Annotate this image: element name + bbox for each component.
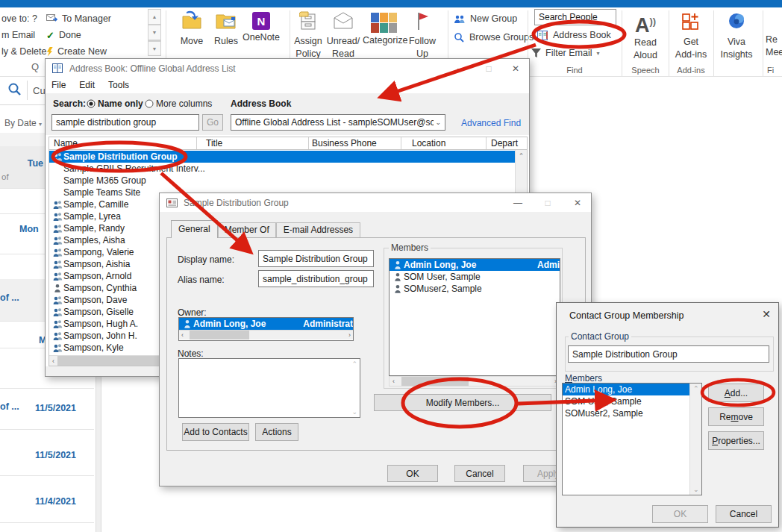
move-button[interactable]: Move xyxy=(175,10,209,46)
envelope-icon xyxy=(332,10,354,31)
membership-member-row[interactable]: SOMuser2, Sample xyxy=(563,407,701,419)
members-hscrollbar[interactable]: ‹ › xyxy=(389,376,560,387)
scroll-down-button[interactable]: ▼ xyxy=(148,25,161,40)
categorize-button[interactable]: Categorize xyxy=(363,10,404,46)
cancel-button[interactable]: Cancel xyxy=(716,505,772,523)
minimize-button[interactable]: — xyxy=(504,193,531,212)
sort-by-date-dropdown[interactable]: By Date ▾ xyxy=(4,118,42,128)
address-row[interactable]: Sample M365 Group xyxy=(49,175,515,187)
tab-member-of[interactable]: Member Of xyxy=(218,222,276,238)
column-header-department[interactable]: Depart xyxy=(487,137,527,149)
directory-value: Offline Global Address List - sampleSOMU… xyxy=(235,117,434,128)
assign-policy-button[interactable]: Assign Policy xyxy=(291,10,325,59)
address-row[interactable]: Sample Distribution Group xyxy=(49,151,515,163)
quick-step-move-to[interactable]: ove to: ? xyxy=(1,10,46,27)
address-row[interactable]: Sample GPILS Recruitment Interv... xyxy=(49,163,515,175)
scroll-left-arrow[interactable]: ‹ xyxy=(179,331,186,339)
mail-date-tue: Tue xyxy=(15,158,43,169)
people-group-icon xyxy=(454,14,466,24)
clipped-right-button[interactable]: Re Mee xyxy=(766,12,782,57)
radio-name-only-label[interactable]: Name only xyxy=(98,98,143,109)
menu-file[interactable]: File xyxy=(51,80,66,93)
minimize-button[interactable]: — xyxy=(448,59,475,78)
onenote-button[interactable]: N OneNote xyxy=(242,10,281,43)
display-name-input[interactable] xyxy=(258,250,374,267)
owner-hscrollbar[interactable]: ‹ › xyxy=(179,330,353,339)
notes-textarea[interactable]: ⌃ ⌄ xyxy=(178,358,360,418)
vertical-scrollbar[interactable]: ⌃ ⌄ xyxy=(689,384,701,495)
rules-button[interactable]: Rules xyxy=(210,10,242,46)
contact-group-input[interactable] xyxy=(568,345,769,363)
close-button[interactable]: ✕ xyxy=(502,59,529,78)
viva-insights-button[interactable]: Viva Insights xyxy=(715,12,758,60)
membership-members-list[interactable]: Admin Long, Joe SOM User, Sample SOMuser… xyxy=(562,383,702,495)
directory-dropdown[interactable]: Offline Global Address List - sampleSOMU… xyxy=(231,114,445,131)
tab-email-addresses[interactable]: E-mail Addresses xyxy=(276,222,360,238)
quick-step-done[interactable]: ✓ Done xyxy=(46,27,111,43)
get-addins-button[interactable]: Get Add-ins xyxy=(670,12,712,60)
address-search-input[interactable] xyxy=(51,114,199,131)
unread-read-button[interactable]: Unread/ Read xyxy=(325,10,361,59)
add-to-contacts-button[interactable]: Add to Contacts xyxy=(182,423,249,441)
membership-member-row[interactable]: Admin Long, Joe xyxy=(563,384,689,395)
owner-listbox[interactable]: Admin Long, Joe Administrat ‹ › xyxy=(178,317,354,341)
scroll-right-arrow[interactable]: › xyxy=(346,331,353,339)
scroll-left-arrow[interactable]: ‹ xyxy=(49,357,57,365)
quick-step-team-email[interactable]: m Email xyxy=(1,27,46,43)
go-button[interactable]: Go xyxy=(202,114,223,131)
maximize-button[interactable]: □ xyxy=(475,59,502,78)
filter-email-button[interactable]: Filter Email ▾ xyxy=(531,48,600,58)
quick-step-create-new[interactable]: Create New xyxy=(46,43,111,60)
tab-general[interactable]: General xyxy=(171,220,218,238)
new-group-button[interactable]: New Group xyxy=(454,13,517,24)
column-header-name[interactable]: Name xyxy=(49,137,197,149)
scroll-up-arrow[interactable]: ⌃ xyxy=(693,385,699,392)
group-window-titlebar[interactable]: Sample Distribution Group — □ ✕ xyxy=(160,193,591,212)
actions-button[interactable]: Actions xyxy=(255,423,298,441)
menu-edit[interactable]: Edit xyxy=(79,80,95,93)
add-button[interactable]: Add... xyxy=(708,384,764,402)
column-header-business-phone[interactable]: Business Phone xyxy=(309,137,401,149)
column-header-title[interactable]: Title xyxy=(197,137,309,149)
ok-button[interactable]: OK xyxy=(387,465,438,482)
follow-up-button[interactable]: Follow Up xyxy=(406,10,439,59)
member-row[interactable]: SOMuser2, Sample xyxy=(390,283,560,295)
browse-groups-button[interactable]: Browse Groups xyxy=(454,32,534,43)
column-header-location[interactable]: Location xyxy=(401,137,487,149)
scroll-up-button[interactable]: ▲ xyxy=(148,9,161,25)
remove-button[interactable]: Remove xyxy=(708,407,764,426)
quick-step-to-manager[interactable]: To Manager xyxy=(46,10,111,27)
close-button[interactable]: ✕ xyxy=(564,193,591,212)
ok-button[interactable]: OK xyxy=(652,505,708,523)
scroll-left-arrow[interactable]: ‹ xyxy=(390,378,398,385)
owner-row[interactable]: Admin Long, Joe Administrat xyxy=(179,318,353,330)
quick-steps-more-button[interactable]: ▼ xyxy=(148,40,161,56)
member-row[interactable]: Admin Long, Joe Admi xyxy=(390,259,560,271)
quick-step-label: Create New xyxy=(57,46,107,57)
address-book-button[interactable]: Address Book xyxy=(537,30,611,40)
properties-button[interactable]: Properties... xyxy=(708,431,764,450)
radio-more-columns-label[interactable]: More columns xyxy=(156,98,212,109)
modify-members-button[interactable]: Modify Members... xyxy=(374,394,551,411)
tab-strip: General Member Of E-mail Addresses xyxy=(171,221,360,238)
address-book-titlebar[interactable]: Address Book: Offline Global Address Lis… xyxy=(46,59,529,78)
member-row[interactable]: SOM User, Sample xyxy=(390,271,560,283)
menu-tools[interactable]: Tools xyxy=(108,80,129,93)
current-mailbox-dropdown[interactable]: Cu xyxy=(33,85,46,96)
maximize-button[interactable]: □ xyxy=(534,193,561,212)
mail-search-icon[interactable] xyxy=(7,82,22,99)
quick-step-reply-delete[interactable]: ly & Delete xyxy=(1,43,46,60)
close-icon[interactable]: ✕ xyxy=(762,308,771,320)
group-members-list[interactable]: Admin Long, Joe Admi SOM User, Sample SO… xyxy=(389,258,560,376)
search-people-input[interactable] xyxy=(534,9,616,25)
read-aloud-button[interactable]: A)) Read Aloud xyxy=(624,12,667,60)
cancel-button[interactable]: Cancel xyxy=(454,465,505,482)
scroll-down-arrow[interactable]: ⌄ xyxy=(693,486,699,493)
scroll-up-arrow[interactable]: ⌃ xyxy=(516,150,527,160)
alias-name-input[interactable] xyxy=(258,270,374,287)
membership-member-row[interactable]: SOM User, Sample xyxy=(563,395,701,407)
radio-name-only[interactable] xyxy=(87,99,96,108)
radio-more-columns[interactable] xyxy=(145,99,154,108)
advanced-find-link[interactable]: Advanced Find xyxy=(461,118,521,128)
member-detail: Admi xyxy=(537,260,560,270)
